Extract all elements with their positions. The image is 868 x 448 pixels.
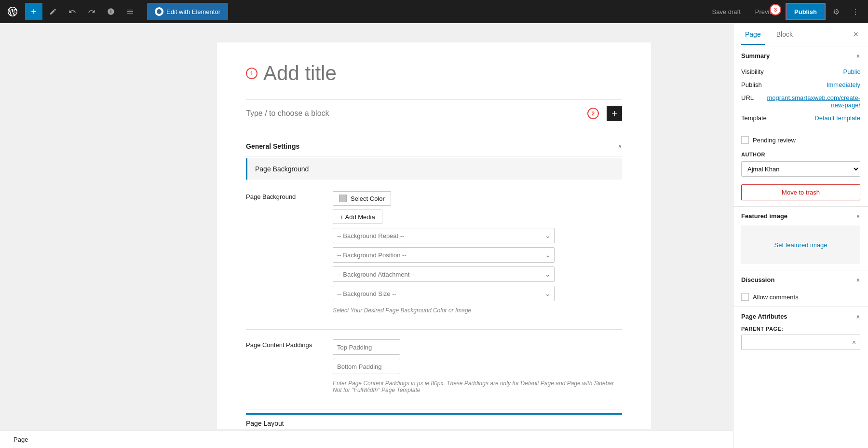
list-view-icon-btn[interactable]	[122, 3, 139, 20]
page-content-paddings-form: Page Content Paddings Enter Page Content…	[246, 330, 622, 409]
parent-page-section: PARENT PAGE: ×	[733, 326, 868, 356]
pencil-icon-btn[interactable]	[44, 3, 62, 20]
author-select[interactable]: Ajmal Khan	[741, 161, 860, 177]
parent-page-input-field[interactable]: ×	[741, 335, 860, 350]
visibility-label: Visibility	[741, 68, 764, 75]
badge-3-indicator: 3	[770, 4, 781, 15]
move-to-trash-button[interactable]: Move to trash	[741, 184, 860, 200]
add-media-button[interactable]: + Add Media	[333, 210, 382, 224]
summary-chevron-icon: ∧	[856, 53, 860, 59]
page-background-block: Page Background	[246, 158, 622, 180]
url-row: URL mogrant.smartaxweb.com/create-new-pa…	[741, 91, 860, 112]
add-block-button[interactable]: +	[607, 106, 622, 121]
featured-image-header[interactable]: Featured image ∧	[733, 207, 868, 225]
bg-size-wrapper: -- Background Size --	[333, 286, 555, 301]
block-placeholder-area: Type / to choose a block 2 +	[246, 99, 622, 127]
add-block-toolbar-button[interactable]: +	[25, 3, 42, 20]
parent-page-clear-button[interactable]: ×	[852, 338, 856, 346]
summary-content: Visibility Public Publish Immediately UR…	[733, 65, 868, 132]
bottom-padding-input[interactable]	[333, 359, 400, 374]
bg-hint-text: Select Your Desired Page Background Colo…	[333, 307, 622, 314]
block-placeholder-text: Type / to choose a block	[246, 109, 580, 118]
discussion-header[interactable]: Discussion ∧	[733, 270, 868, 289]
top-padding-input[interactable]	[333, 339, 400, 355]
url-label: URL	[741, 94, 754, 101]
paddings-row: Page Content Paddings Enter Page Content…	[246, 339, 622, 393]
toolbar-right-actions: Save draft Preview Publish ⚙ ⋮	[706, 3, 864, 20]
author-select-wrapper: Ajmal Khan	[741, 161, 860, 177]
more-options-button[interactable]: ⋮	[847, 3, 864, 20]
tab-page[interactable]: Page	[741, 25, 765, 45]
bg-repeat-select[interactable]: -- Background Repeat --	[333, 228, 555, 243]
publish-schedule-value[interactable]: Immediately	[827, 81, 860, 88]
url-value[interactable]: mogrant.smartaxweb.com/create-new-page/	[754, 94, 860, 109]
set-featured-image-area[interactable]: Set featured image	[741, 225, 860, 264]
allow-comments-label: Allow comments	[753, 294, 799, 301]
bg-attachment-wrapper: -- Background Attachment --	[333, 266, 555, 282]
plus-icon: +	[611, 108, 617, 119]
summary-title: Summary	[741, 52, 770, 59]
template-value[interactable]: Default template	[814, 114, 860, 122]
discussion-title: Discussion	[741, 276, 774, 283]
bg-label: Page Background	[246, 191, 323, 200]
visibility-row: Visibility Public	[741, 65, 860, 78]
bg-repeat-wrapper: -- Background Repeat --	[333, 228, 555, 243]
toolbar: + Edit with Elementor Save draft Preview…	[0, 0, 868, 23]
discussion-section: Discussion ∧ Allow comments	[733, 270, 868, 307]
visibility-value[interactable]: Public	[843, 68, 860, 75]
bg-color-row: Page Background Select Color + Add Media…	[246, 191, 622, 314]
color-swatch	[339, 195, 347, 202]
edit-with-elementor-button[interactable]: Edit with Elementor	[147, 3, 228, 20]
publish-btn-wrapper: Publish	[786, 3, 826, 20]
info-icon-btn[interactable]	[102, 3, 120, 20]
bg-position-select[interactable]: -- Background Position --	[333, 247, 555, 263]
badge-2-indicator: 2	[587, 108, 599, 119]
allow-comments-row: Allow comments	[733, 289, 868, 307]
page-background-label: Page Background	[255, 165, 309, 173]
tab-block[interactable]: Block	[773, 25, 797, 45]
general-settings-header[interactable]: General Settings ∧	[246, 137, 622, 156]
page-attributes-header[interactable]: Page Attributes ∧	[733, 307, 868, 326]
bg-size-select[interactable]: -- Background Size --	[333, 286, 555, 301]
page-title-input[interactable]	[263, 62, 622, 85]
featured-image-section: Featured image ∧ Set featured image	[733, 207, 868, 270]
template-row: Template Default template	[741, 112, 860, 125]
general-settings-chevron-icon: ∧	[618, 143, 622, 150]
set-featured-image-link[interactable]: Set featured image	[774, 241, 827, 249]
bg-position-wrapper: -- Background Position --	[333, 247, 555, 263]
page-layout-label: Page Layout	[246, 420, 284, 427]
sidebar-tabs: Page Block ×	[733, 23, 868, 46]
paddings-controls: Enter Page Content Paddings in px ie 80p…	[333, 339, 622, 393]
select-color-button[interactable]: Select Color	[333, 191, 391, 206]
pending-review-row: Pending review	[733, 132, 868, 148]
wp-logo[interactable]	[4, 3, 21, 20]
redo-icon-btn[interactable]	[83, 3, 100, 20]
parent-page-label: PARENT PAGE:	[741, 326, 860, 332]
pending-review-label: Pending review	[753, 137, 796, 144]
badge-1-indicator: 1	[246, 68, 258, 79]
settings-icon-btn[interactable]: ⚙	[827, 3, 845, 20]
page-attributes-title: Page Attributes	[741, 313, 787, 320]
toolbar-divider	[143, 6, 143, 17]
author-label: AUTHOR	[741, 152, 860, 157]
publish-button[interactable]: Publish	[786, 3, 826, 20]
paddings-label: Page Content Paddings	[246, 339, 323, 349]
pending-review-checkbox[interactable]	[741, 136, 749, 144]
page-attributes-section: Page Attributes ∧ PARENT PAGE: ×	[733, 307, 868, 356]
page-attributes-chevron-icon: ∧	[856, 313, 860, 320]
page-layout-strip: Page Layout	[246, 413, 622, 432]
save-draft-button[interactable]: Save draft	[706, 3, 747, 20]
bottom-tab-page[interactable]: Page	[8, 431, 34, 448]
allow-comments-checkbox[interactable]	[741, 293, 749, 301]
discussion-chevron-icon: ∧	[856, 277, 860, 283]
undo-icon-btn[interactable]	[64, 3, 81, 20]
author-section: AUTHOR Ajmal Khan	[733, 148, 868, 182]
featured-image-chevron-icon: ∧	[856, 213, 860, 220]
sidebar-close-button[interactable]: ×	[851, 28, 860, 42]
bg-attachment-select[interactable]: -- Background Attachment --	[333, 266, 555, 282]
bottom-tab-bar: Page	[0, 431, 733, 448]
template-label: Template	[741, 114, 767, 122]
summary-section-header[interactable]: Summary ∧	[733, 46, 868, 65]
paddings-hint: Enter Page Content Paddings in px ie 80p…	[333, 380, 622, 393]
gear-icon: ⚙	[833, 7, 840, 16]
